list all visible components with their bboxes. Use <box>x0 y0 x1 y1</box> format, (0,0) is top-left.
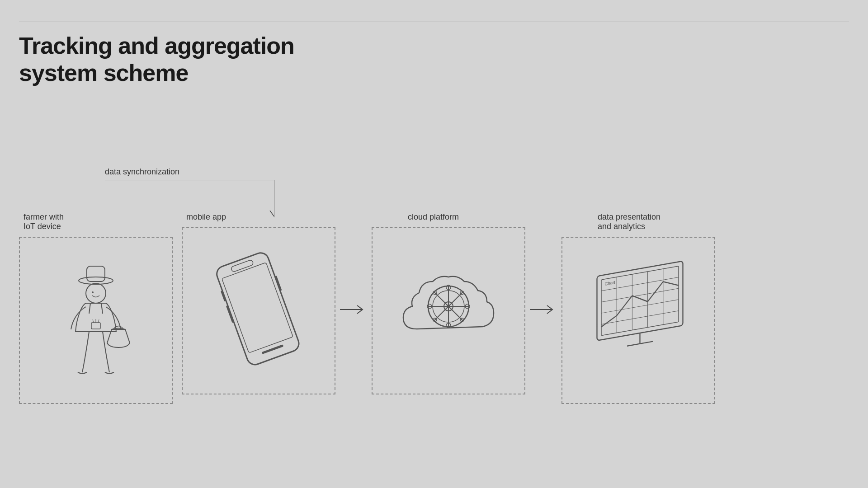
diagram-area: data synchronization farmer with IoT dev… <box>19 167 849 461</box>
svg-line-9 <box>93 319 94 323</box>
svg-point-5 <box>92 291 94 293</box>
svg-rect-3 <box>87 266 105 282</box>
arrow2 <box>335 226 372 393</box>
svg-line-41 <box>601 300 679 313</box>
analytics-box: Chart <box>561 237 715 404</box>
svg-rect-15 <box>262 344 284 354</box>
page-title: Tracking and aggregation system scheme <box>19 33 294 87</box>
top-border <box>19 22 849 22</box>
svg-point-4 <box>86 283 106 303</box>
phone-illustration <box>213 243 304 379</box>
mobile-box-wrapper: mobile app <box>182 212 335 394</box>
svg-line-42 <box>601 311 679 324</box>
boxes-row: farmer with IoT device <box>19 212 849 404</box>
svg-line-7 <box>101 303 103 314</box>
cloud-box-wrapper: cloud platform <box>372 212 525 394</box>
svg-line-6 <box>89 303 90 314</box>
cloud-illustration <box>390 248 507 374</box>
farmer-label: farmer with IoT device <box>19 212 64 231</box>
svg-rect-38 <box>601 266 679 336</box>
farmer-box <box>19 237 173 404</box>
svg-rect-8 <box>91 323 100 329</box>
mobile-label: mobile app <box>182 212 226 222</box>
svg-line-40 <box>601 288 679 302</box>
svg-point-27 <box>447 305 450 308</box>
farmer-box-wrapper: farmer with IoT device <box>19 212 173 404</box>
analytics-box-wrapper: data presentation and analytics <box>561 212 715 404</box>
arrow3 <box>525 226 561 393</box>
svg-rect-13 <box>222 263 293 353</box>
farmer-illustration <box>42 253 150 388</box>
chart-illustration: Chart <box>580 257 697 384</box>
svg-line-11 <box>98 319 99 323</box>
svg-text:Chart: Chart <box>605 280 616 286</box>
sync-label: data synchronization <box>105 167 179 177</box>
mobile-box <box>182 227 335 394</box>
cloud-label: cloud platform <box>372 212 459 222</box>
cloud-box <box>372 227 525 394</box>
analytics-label: data presentation and analytics <box>561 212 660 231</box>
